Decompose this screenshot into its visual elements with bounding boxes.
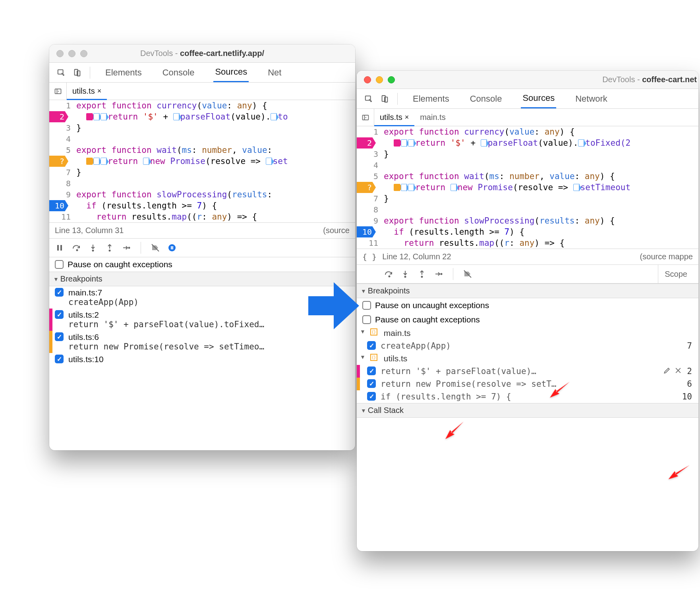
traffic-lights[interactable] <box>364 76 395 83</box>
code-line[interactable]: 5 export function wait(ms: number, value… <box>49 145 355 156</box>
line-number[interactable]: 9 <box>357 215 382 226</box>
line-number[interactable]: 2 <box>49 111 75 122</box>
line-number[interactable]: 7 <box>49 167 75 178</box>
line-number[interactable]: 4 <box>357 160 382 171</box>
minimize-dot[interactable] <box>68 50 75 57</box>
step-over-icon[interactable] <box>71 242 82 253</box>
line-number[interactable]: 5 <box>357 171 382 182</box>
code-line[interactable]: 1 export function currency(value: any) { <box>49 100 355 111</box>
breakpoint-row[interactable]: utils.ts:10 <box>49 353 355 366</box>
zoom-dot[interactable] <box>388 76 395 83</box>
close-dot[interactable] <box>56 50 64 57</box>
line-number[interactable]: 3 <box>49 122 75 133</box>
tab-network[interactable]: Network <box>574 90 609 108</box>
code-line[interactable]: 10 if (results.length >= 7) { <box>49 200 355 211</box>
code-editor[interactable]: 1 export function currency(value: any) {… <box>357 126 698 249</box>
navigator-toggle-icon[interactable] <box>357 109 374 126</box>
line-number[interactable]: 9 <box>49 189 75 200</box>
step-icon[interactable] <box>121 242 132 253</box>
code-line[interactable]: 2 return '$' + parseFloat(value).to <box>49 111 355 122</box>
step-out-icon[interactable] <box>104 242 115 253</box>
line-number[interactable]: 11 <box>49 211 75 222</box>
code-line[interactable]: 7 } <box>357 193 698 204</box>
checkbox-icon[interactable] <box>367 367 376 375</box>
breakpoint-marker[interactable]: 2 <box>49 111 68 122</box>
zoom-dot[interactable] <box>80 50 87 57</box>
traffic-lights[interactable] <box>56 50 87 57</box>
line-number[interactable]: 7 <box>357 193 382 204</box>
inspect-icon[interactable] <box>362 93 375 105</box>
pretty-print-icon[interactable]: { } <box>362 252 377 262</box>
code-line[interactable]: 1 export function currency(value: any) { <box>357 126 698 137</box>
filetab-utils[interactable]: utils.ts × <box>374 109 414 126</box>
code-line[interactable]: 3 } <box>357 149 698 160</box>
code-line[interactable]: 9 export function slowProcessing(results… <box>357 215 698 226</box>
tab-console[interactable]: Console <box>161 64 196 82</box>
code-line[interactable]: 4 <box>49 133 355 145</box>
line-number[interactable]: 3 <box>357 149 382 160</box>
code-line[interactable]: 8 <box>49 178 355 189</box>
pause-on-exceptions-icon[interactable] <box>166 242 178 253</box>
line-number[interactable]: 1 <box>49 100 75 111</box>
code-line[interactable]: 2 return '$' + parseFloat(value).toFixed… <box>357 137 698 149</box>
code-line[interactable]: 3 } <box>49 122 355 133</box>
step-into-icon[interactable] <box>87 242 99 253</box>
breakpoint-row[interactable]: return new Promise(resolve => setT… 6 <box>357 378 698 390</box>
code-line[interactable]: 7 } <box>49 167 355 178</box>
code-line[interactable]: 9 export function slowProcessing(results… <box>49 189 355 200</box>
tab-sources[interactable]: Sources <box>213 63 249 82</box>
breakpoint-row[interactable]: return '$' + parseFloat(value)… 2 <box>357 365 698 378</box>
pause-uncaught-option[interactable]: Pause on uncaught exceptions <box>357 298 698 313</box>
scope-tab[interactable]: Scope <box>658 264 694 284</box>
checkbox-icon[interactable] <box>55 260 64 269</box>
close-dot[interactable] <box>364 76 371 83</box>
filetab-main[interactable]: main.ts <box>414 109 451 126</box>
line-number[interactable]: 1 <box>357 126 382 137</box>
line-number[interactable]: 10 <box>357 226 382 237</box>
step-into-icon[interactable] <box>400 268 411 280</box>
breakpoint-group-header[interactable]: ▼ ⟨⟩ utils.ts <box>357 352 698 365</box>
deactivate-breakpoints-icon[interactable] <box>462 268 473 280</box>
inspect-icon[interactable] <box>55 66 68 79</box>
pause-icon[interactable] <box>54 242 65 253</box>
checkbox-icon[interactable] <box>367 379 376 388</box>
tab-elements[interactable]: Elements <box>411 90 451 108</box>
checkbox-icon[interactable] <box>55 355 64 363</box>
navigator-toggle-icon[interactable] <box>49 83 67 100</box>
code-line[interactable]: 11 return results.map((r: any) => { <box>49 211 355 222</box>
breakpoint-row[interactable]: createApp(App) 7 <box>357 340 698 352</box>
breakpoint-row[interactable]: if (results.length >= 7) { 10 <box>357 390 698 403</box>
close-icon[interactable]: × <box>405 113 409 122</box>
tab-console[interactable]: Console <box>468 90 504 108</box>
breakpoints-header[interactable]: ▼ Breakpoints <box>357 284 698 298</box>
tab-network[interactable]: Net <box>266 64 283 82</box>
checkbox-icon[interactable] <box>367 392 376 401</box>
code-line[interactable]: 4 <box>357 160 698 171</box>
tab-sources[interactable]: Sources <box>521 89 556 108</box>
close-icon[interactable]: × <box>97 87 102 95</box>
device-icon[interactable] <box>71 66 83 79</box>
code-line[interactable]: 10 if (results.length >= 7) { <box>357 226 698 237</box>
breakpoint-marker[interactable]: 10 <box>357 226 376 237</box>
filetab-utils[interactable]: utils.ts × <box>67 83 107 100</box>
close-icon[interactable] <box>674 367 682 374</box>
line-number[interactable]: ? <box>49 156 75 167</box>
checkbox-icon[interactable] <box>55 310 64 319</box>
code-line[interactable]: ? return new Promise(resolve => setTimeo… <box>357 182 698 193</box>
line-number[interactable]: 2 <box>357 137 382 149</box>
breakpoint-marker[interactable]: 2 <box>357 137 376 149</box>
pause-caught-option[interactable]: Pause on caught exceptions <box>357 313 698 327</box>
code-line[interactable]: ? return new Promise(resolve => set <box>49 156 355 167</box>
breakpoint-marker[interactable]: ? <box>357 182 376 193</box>
code-line[interactable]: 11 return results.map((r: any) => { <box>357 237 698 249</box>
pause-caught-option[interactable]: Pause on caught exceptions <box>49 257 355 272</box>
line-number[interactable]: ? <box>357 182 382 193</box>
deactivate-breakpoints-icon[interactable] <box>150 242 161 253</box>
step-icon[interactable] <box>433 268 444 280</box>
breakpoint-marker[interactable]: 10 <box>49 200 68 211</box>
code-line[interactable]: 5 export function wait(ms: number, value… <box>357 171 698 182</box>
line-number[interactable]: 10 <box>49 200 75 211</box>
tab-elements[interactable]: Elements <box>104 64 143 82</box>
checkbox-icon[interactable] <box>55 288 64 297</box>
edit-icon[interactable] <box>663 367 671 374</box>
